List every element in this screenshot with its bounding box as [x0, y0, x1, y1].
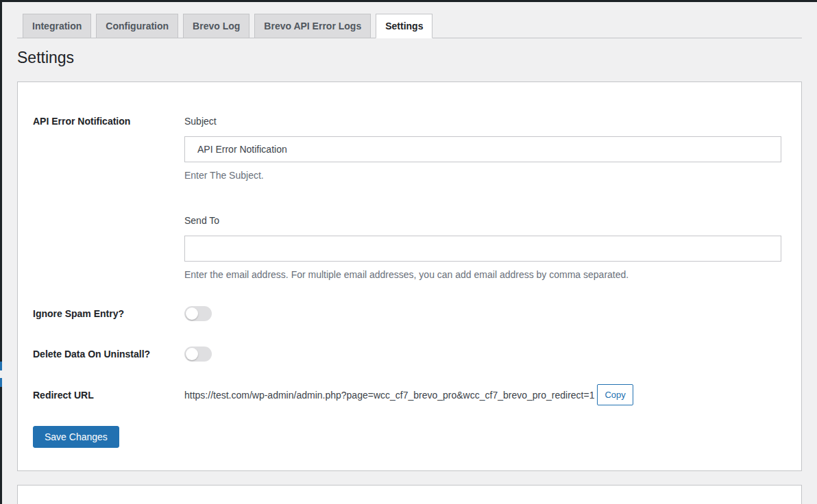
- settings-card: API Error Notification Subject Enter The…: [17, 81, 802, 471]
- copy-button[interactable]: Copy: [597, 384, 633, 405]
- ignore-spam-row: Ignore Spam Entry?: [33, 306, 781, 321]
- tab-configuration[interactable]: Configuration: [96, 14, 178, 38]
- redirect-url-value: https://test.com/wp-admin/admin.php?page…: [184, 388, 594, 402]
- api-error-notification-fields: Subject Enter The Subject. Send To Enter…: [184, 114, 781, 281]
- ignore-spam-label: Ignore Spam Entry?: [33, 306, 184, 321]
- admin-menu-active-mark: [0, 362, 2, 370]
- subject-field-group: Subject Enter The Subject.: [184, 114, 781, 182]
- admin-bar-edge: [0, 0, 817, 2]
- tab-settings[interactable]: Settings: [376, 14, 432, 38]
- redirect-url-row: Redirect URL https://test.com/wp-admin/a…: [33, 384, 781, 405]
- license-key-card: License Key: [17, 485, 802, 504]
- send-to-input[interactable]: [184, 236, 781, 262]
- send-to-label: Send To: [184, 213, 781, 228]
- delete-data-toggle[interactable]: [184, 346, 212, 362]
- toggle-knob: [186, 348, 198, 360]
- save-changes-button[interactable]: Save Changes: [33, 426, 119, 448]
- ignore-spam-toggle[interactable]: [184, 306, 212, 321]
- settings-page: Integration Configuration Brevo Log Brev…: [0, 0, 817, 504]
- page-title: Settings: [17, 48, 817, 68]
- admin-menu-active-mark: [0, 378, 2, 387]
- subject-help-text: Enter The Subject.: [184, 168, 781, 182]
- tab-brevo-api-error-logs[interactable]: Brevo API Error Logs: [254, 14, 371, 38]
- api-error-notification-row: API Error Notification Subject Enter The…: [33, 114, 781, 281]
- send-to-help-text: Enter the email address. For multiple em…: [184, 268, 781, 281]
- tab-brevo-log[interactable]: Brevo Log: [183, 14, 249, 38]
- delete-data-row: Delete Data On Uninstall?: [33, 346, 781, 362]
- admin-menu-edge: [0, 0, 2, 504]
- send-to-field-group: Send To Enter the email address. For mul…: [184, 213, 781, 281]
- tab-integration[interactable]: Integration: [23, 14, 91, 38]
- delete-data-label: Delete Data On Uninstall?: [33, 346, 184, 362]
- redirect-url-label: Redirect URL: [33, 388, 184, 403]
- subject-label: Subject: [184, 114, 781, 129]
- toggle-knob: [186, 307, 198, 320]
- subject-input[interactable]: [184, 136, 781, 162]
- admin-menu-mark-gap: [0, 370, 2, 378]
- api-error-notification-label: API Error Notification: [33, 114, 184, 281]
- nav-tab-bar: Integration Configuration Brevo Log Brev…: [17, 2, 802, 38]
